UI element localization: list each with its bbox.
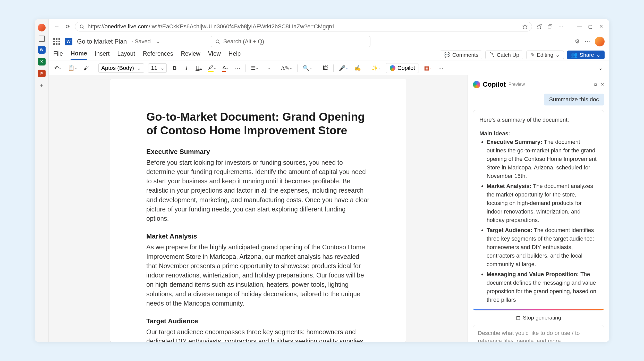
- ribbon-tabs: File Home Insert Layout References Revie…: [49, 49, 609, 61]
- copilot-response-card: Here's a summary of the document: Main i…: [473, 110, 604, 310]
- svg-point-0: [80, 25, 83, 28]
- copilot-header: Copilot Preview ⧉ ✕: [473, 80, 604, 88]
- close-window-icon[interactable]: ✕: [597, 23, 605, 30]
- find-button[interactable]: 🔍⌄: [302, 63, 313, 73]
- overflow-icon[interactable]: ⋯: [584, 38, 590, 45]
- copilot-toolbar-button[interactable]: Copilot: [386, 63, 419, 73]
- document-viewport[interactable]: Go-to-Market Document: Grand Opening of …: [49, 75, 468, 342]
- tab-view[interactable]: View: [208, 50, 221, 59]
- browser-toolbar: ← ⟳ https://onedrive.live.com/:w:/t/EaCk…: [49, 19, 609, 34]
- bullets-button[interactable]: ☰⌄: [250, 63, 259, 73]
- back-button[interactable]: ←: [53, 23, 61, 30]
- editor-button[interactable]: ✍: [353, 63, 362, 73]
- popout-icon[interactable]: ⧉: [594, 82, 597, 87]
- bold-button[interactable]: B: [171, 63, 179, 73]
- address-bar[interactable]: https://onedrive.live.com/:w:/t/EaCkKPs6…: [75, 22, 532, 31]
- maximize-icon[interactable]: ▢: [587, 23, 594, 30]
- rewrite-button[interactable]: ✨⌄: [370, 63, 382, 73]
- tab-review[interactable]: Review: [181, 50, 200, 59]
- tab-references[interactable]: References: [143, 50, 173, 59]
- word-title-bar: W Go to Market Plan · Saved ⌄ Search (Al…: [49, 34, 609, 49]
- generating-indicator: [473, 309, 604, 310]
- section-body: Before you start looking for investors o…: [146, 158, 370, 223]
- paste-button[interactable]: 📋⌄: [67, 63, 78, 73]
- section-heading: Target Audience: [146, 317, 370, 325]
- section-heading: Market Analysis: [146, 232, 370, 240]
- font-name-select[interactable]: Aptos (Body)⌄: [98, 63, 144, 73]
- undo-button[interactable]: ↶⌄: [53, 63, 63, 73]
- copilot-preview-badge: Preview: [509, 82, 525, 87]
- layout-button[interactable]: ▦⌄: [423, 63, 433, 73]
- align-button[interactable]: ≡⌄: [264, 63, 271, 73]
- bullet-item: Messaging and Value Proposition: The doc…: [487, 270, 598, 304]
- response-intro: Here's a summary of the document:: [479, 116, 598, 124]
- document-page[interactable]: Go-to-Market Document: Grand Opening of …: [110, 79, 406, 342]
- title-chevron-icon[interactable]: ⌄: [156, 39, 160, 44]
- favorite-icon[interactable]: [522, 24, 528, 29]
- tab-home[interactable]: Home: [71, 50, 87, 60]
- favorites-icon[interactable]: [536, 23, 543, 30]
- highlight-button[interactable]: 🖍⌄: [207, 63, 217, 73]
- styles-button[interactable]: A✎⌄: [280, 63, 293, 73]
- content-area: Go-to-Market Document: Grand Opening of …: [49, 75, 609, 342]
- tab-file[interactable]: File: [53, 50, 63, 59]
- bullet-item: Target Audience: The document identifies…: [487, 226, 598, 268]
- section-heading: Executive Summary: [146, 148, 370, 156]
- svg-marker-2: [523, 24, 527, 29]
- edge-sidebar: W X P +: [35, 19, 49, 342]
- add-app-icon[interactable]: +: [38, 81, 46, 89]
- more-icon[interactable]: ⋯: [557, 23, 564, 30]
- share-button[interactable]: 👥Share⌄: [567, 51, 605, 59]
- close-icon[interactable]: ✕: [601, 82, 604, 87]
- copilot-input[interactable]: Describe what you'd like to do or use / …: [473, 325, 604, 342]
- dictate-button[interactable]: 🎤⌄: [338, 63, 349, 73]
- tab-layout[interactable]: Layout: [117, 50, 135, 59]
- minimize-icon[interactable]: —: [576, 23, 583, 30]
- copilot-icon: [390, 65, 395, 71]
- toolbar-overflow-icon[interactable]: ⋯: [437, 63, 445, 73]
- section-body: Our target audience encompasses three ke…: [146, 327, 370, 342]
- settings-icon[interactable]: ⚙: [575, 38, 580, 45]
- underline-button[interactable]: U⌄: [194, 63, 203, 73]
- editing-mode-button[interactable]: ✎Editing⌄: [526, 51, 564, 59]
- main-column: ← ⟳ https://onedrive.live.com/:w:/t/EaCk…: [49, 19, 609, 342]
- stop-icon: ◻: [516, 315, 520, 321]
- document-name[interactable]: Go to Market Plan: [77, 38, 127, 45]
- chevron-down-icon: ⌄: [555, 52, 560, 58]
- formatting-toolbar: ↶⌄ 📋⌄ 🖌 Aptos (Body)⌄ 11⌄ B I U⌄ 🖍⌄ A⌄ ⋯…: [49, 61, 609, 75]
- app-launcher-icon[interactable]: [53, 38, 60, 45]
- more-font-icon[interactable]: ⋯: [234, 63, 241, 73]
- font-size-select[interactable]: 11⌄: [148, 63, 167, 73]
- document-title: Go-to-Market Document: Grand Opening of …: [146, 110, 370, 137]
- url-text: https://onedrive.live.com/:w:/t/EaCkKPs6…: [88, 23, 519, 30]
- chevron-down-icon: ⌄: [596, 52, 601, 58]
- main-ideas-label: Main ideas:: [479, 129, 598, 138]
- refresh-button[interactable]: ⟳: [64, 23, 71, 30]
- font-color-button[interactable]: A⌄: [221, 63, 230, 73]
- tab-insert[interactable]: Insert: [95, 50, 110, 59]
- powerpoint-app-icon[interactable]: P: [38, 70, 46, 77]
- stop-generating-button[interactable]: ◻ Stop generating: [473, 310, 604, 325]
- excel-app-icon[interactable]: X: [38, 58, 46, 65]
- bullet-item: Executive Summary: The document outlines…: [487, 138, 598, 180]
- search-icon: [215, 39, 220, 44]
- comments-button[interactable]: 💬Comments: [440, 51, 482, 59]
- word-app-icon[interactable]: W: [38, 46, 46, 54]
- svg-marker-3: [537, 24, 541, 29]
- comment-icon: 💬: [444, 52, 450, 58]
- collections-icon[interactable]: [546, 23, 554, 30]
- tab-overview-icon[interactable]: [39, 36, 45, 42]
- ribbon-collapse-icon[interactable]: ⌄: [597, 63, 605, 73]
- svg-line-1: [83, 27, 84, 28]
- search-placeholder: Search (Alt + Q): [223, 38, 264, 45]
- tab-help[interactable]: Help: [228, 50, 241, 59]
- browser-window: W X P + ← ⟳ https://onedrive.live.com/:w…: [35, 19, 609, 342]
- search-box[interactable]: Search (Alt + Q): [211, 36, 370, 47]
- italic-button[interactable]: I: [183, 63, 190, 73]
- format-painter-button[interactable]: 🖌: [82, 63, 90, 73]
- profile-avatar-icon[interactable]: [38, 24, 46, 31]
- catchup-button[interactable]: 〽Catch Up: [485, 51, 523, 59]
- designer-button[interactable]: 🖼: [321, 63, 329, 73]
- search-icon: [79, 24, 84, 29]
- user-avatar-icon[interactable]: [595, 37, 605, 46]
